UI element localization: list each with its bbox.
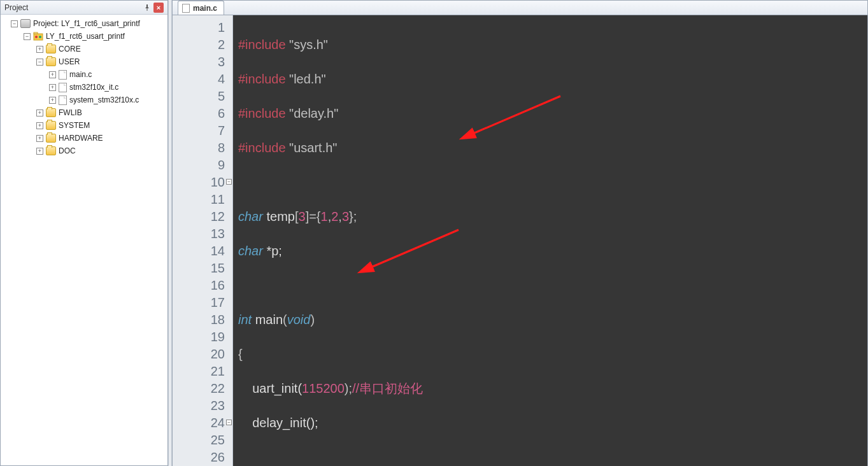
tree-folder-hardware[interactable]: +HARDWARE xyxy=(2,132,166,145)
pin-icon[interactable] xyxy=(142,3,152,13)
project-panel: Project × −Project: LY_f1_rct6_usart_pri… xyxy=(0,0,168,466)
folder-icon xyxy=(46,45,56,53)
fold-marker-icon[interactable]: − xyxy=(226,420,232,425)
tree-label: main.c xyxy=(69,70,92,79)
project-tree[interactable]: −Project: LY_f1_rct6_usart_printf −LY_f1… xyxy=(1,15,167,465)
tree-label: HARDWARE xyxy=(59,134,103,143)
folder-icon xyxy=(46,134,56,143)
tree-target[interactable]: −LY_f1_rct6_usart_printf xyxy=(2,30,166,43)
tab-label: main.c xyxy=(193,4,217,13)
gutter: 1 2 3 4 5 6 7 8 9 10− 11 12 13 14 15 16 … xyxy=(173,15,233,466)
tree-label: stm32f10x_it.c xyxy=(69,83,118,92)
tree-label: CORE xyxy=(59,45,81,53)
code-area: 1 2 3 4 5 6 7 8 9 10− 11 12 13 14 15 16 … xyxy=(173,15,867,466)
workspace-icon xyxy=(20,19,31,28)
svg-point-2 xyxy=(35,36,38,38)
tree-folder-user[interactable]: −USER xyxy=(2,55,166,68)
tab-main-c[interactable]: main.c xyxy=(178,1,224,15)
tree-folder-fwlib[interactable]: +FWLIB xyxy=(2,106,166,119)
target-icon xyxy=(33,32,43,41)
folder-icon xyxy=(46,108,56,117)
close-panel-button[interactable]: × xyxy=(153,3,164,13)
panel-title-text: Project xyxy=(4,3,28,12)
code-text[interactable]: #include "sys.h" #include "led.h" #inclu… xyxy=(233,15,867,466)
folder-icon xyxy=(46,57,56,66)
file-icon xyxy=(59,83,67,92)
tree-project-root[interactable]: −Project: LY_f1_rct6_usart_printf xyxy=(2,17,166,30)
editor-zone: main.c 1 2 3 4 5 6 7 8 9 10− 11 12 13 14… xyxy=(172,0,868,466)
tree-label: Project: LY_f1_rct6_usart_printf xyxy=(33,19,140,28)
svg-point-3 xyxy=(39,36,41,38)
file-icon xyxy=(182,4,190,13)
tree-file-system[interactable]: +system_stm32f10x.c xyxy=(2,94,166,106)
tree-label: USER xyxy=(59,57,80,66)
folder-icon xyxy=(46,146,56,155)
tree-file-it[interactable]: +stm32f10x_it.c xyxy=(2,81,166,94)
tab-bar: main.c xyxy=(173,1,867,15)
tree-label: DOC xyxy=(59,146,76,155)
tree-label: FWLIB xyxy=(59,108,82,117)
svg-rect-1 xyxy=(34,32,38,34)
tree-label: SYSTEM xyxy=(59,121,90,130)
panel-titlebar: Project × xyxy=(1,1,167,15)
tree-folder-doc[interactable]: +DOC xyxy=(2,145,166,157)
tree-folder-system[interactable]: +SYSTEM xyxy=(2,119,166,132)
tree-file-main[interactable]: +main.c xyxy=(2,68,166,81)
file-icon xyxy=(59,95,67,105)
fold-marker-icon[interactable]: − xyxy=(226,179,232,185)
folder-icon xyxy=(46,121,56,130)
tree-folder-core[interactable]: +CORE xyxy=(2,43,166,55)
tree-label: LY_f1_rct6_usart_printf xyxy=(46,32,125,41)
tree-label: system_stm32f10x.c xyxy=(69,95,139,104)
file-icon xyxy=(59,70,67,80)
